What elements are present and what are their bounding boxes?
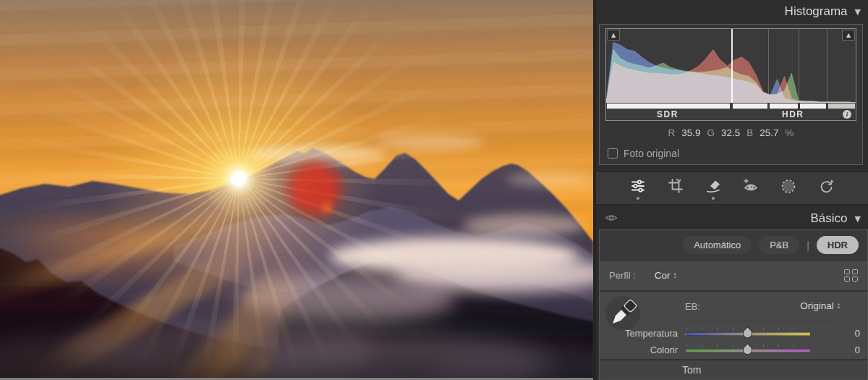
histogram-range-bar (606, 104, 856, 109)
rgb-readout: R 35.9 G 32.5 B 25.7 % (600, 127, 862, 138)
histogram-range-labels: SDR HDR i (606, 109, 856, 120)
develop-right-panel: Histograma ▼ SDR HDR i ▲ ▲ (593, 0, 868, 380)
tool-crop[interactable] (665, 177, 686, 203)
tool-strip (596, 172, 868, 205)
white-balance-block: EB: Original ▴▾ Temperatura 0 Col (600, 292, 867, 360)
photo-bottom-shade (0, 0, 593, 380)
original-photo-label: Foto original (624, 148, 679, 159)
masking-icon (780, 177, 797, 195)
shadow-clipping-button[interactable]: ▲ (607, 30, 620, 41)
bw-button[interactable]: P&B (759, 236, 799, 254)
temperature-slider-row: Temperatura 0 (600, 326, 867, 342)
histogram-chart (606, 29, 856, 103)
healing-active-dot (712, 197, 715, 200)
hdr-button[interactable]: HDR (817, 236, 859, 254)
lightroom-develop-view: Histograma ▼ SDR HDR i ▲ ▲ (0, 0, 868, 380)
histogram-groupbox: SDR HDR i ▲ ▲ R 35.9 G 32.5 B 25.7 % (599, 24, 863, 165)
wb-dropdown[interactable]: Original ▴▾ (800, 300, 840, 311)
profile-row: Perfil : Cor ▴▾ (600, 261, 867, 292)
chevron-collapse-icon[interactable]: ▼ (855, 7, 861, 17)
histogram-plot[interactable]: SDR HDR i ▲ ▲ (605, 28, 856, 121)
divider (685, 321, 834, 321)
highlight-clipping-button[interactable]: ▲ (842, 30, 855, 41)
histogram-title: Histograma (785, 4, 848, 19)
histogram-panel-header[interactable]: Histograma ▼ (596, 0, 868, 23)
auto-button[interactable]: Automático (683, 236, 752, 254)
tone-section-header[interactable]: Tom (600, 360, 867, 379)
profile-browser-grid-icon[interactable] (844, 269, 858, 282)
edit-sliders-icon (629, 177, 647, 195)
basic-panel-header[interactable]: Básico ▼ (596, 208, 868, 229)
tint-slider-row: Colorir 0 (600, 342, 867, 358)
tone-label: Tom (682, 364, 701, 376)
original-photo-checkbox[interactable] (608, 148, 618, 159)
b-value: 25.7 (760, 127, 778, 138)
tint-slider[interactable] (685, 342, 811, 358)
info-icon[interactable]: i (843, 110, 851, 119)
wb-label: EB: (685, 301, 700, 312)
edit-active-dot (637, 197, 639, 200)
tool-masking[interactable] (778, 177, 799, 203)
basic-title: Básico (811, 211, 848, 226)
temperature-slider[interactable] (685, 326, 811, 342)
b-label: B (746, 127, 753, 138)
original-photo-toggle[interactable]: Foto original (608, 148, 679, 159)
eraser-healing-icon (705, 177, 722, 195)
sdr-label: SDR (657, 109, 678, 119)
dropdown-arrows-icon: ▴▾ (674, 272, 676, 279)
g-label: G (707, 127, 715, 138)
chevron-collapse-icon[interactable]: ▼ (855, 214, 861, 224)
temperature-value[interactable]: 0 (843, 328, 860, 339)
hdr-label: HDR (782, 109, 804, 119)
temperature-label: Temperatura (600, 328, 678, 339)
sync-presets-icon (817, 177, 835, 195)
profile-dropdown[interactable]: Cor ▴▾ (655, 270, 676, 281)
basic-panel-box: Automático P&B | HDR Perfil : Cor ▴▾ (599, 229, 868, 380)
tool-edit[interactable] (628, 177, 648, 203)
treatment-buttons-row: Automático P&B | HDR (600, 230, 867, 261)
r-value: 35.9 (681, 127, 700, 138)
crop-icon (667, 177, 684, 195)
tint-label: Colorir (600, 345, 678, 355)
red-eye-icon (742, 177, 760, 195)
tool-red-eye[interactable] (741, 177, 761, 203)
tint-value[interactable]: 0 (843, 345, 860, 355)
percent-suffix: % (786, 127, 794, 138)
button-divider: | (807, 240, 809, 251)
profile-label: Perfil : (609, 270, 636, 281)
tool-healing[interactable] (703, 177, 723, 203)
dropdown-arrows-icon: ▴▾ (838, 303, 840, 310)
photo-canvas[interactable] (0, 0, 593, 380)
g-value: 32.5 (721, 127, 740, 138)
r-label: R (668, 127, 675, 138)
tool-presets-sync[interactable] (816, 177, 836, 203)
